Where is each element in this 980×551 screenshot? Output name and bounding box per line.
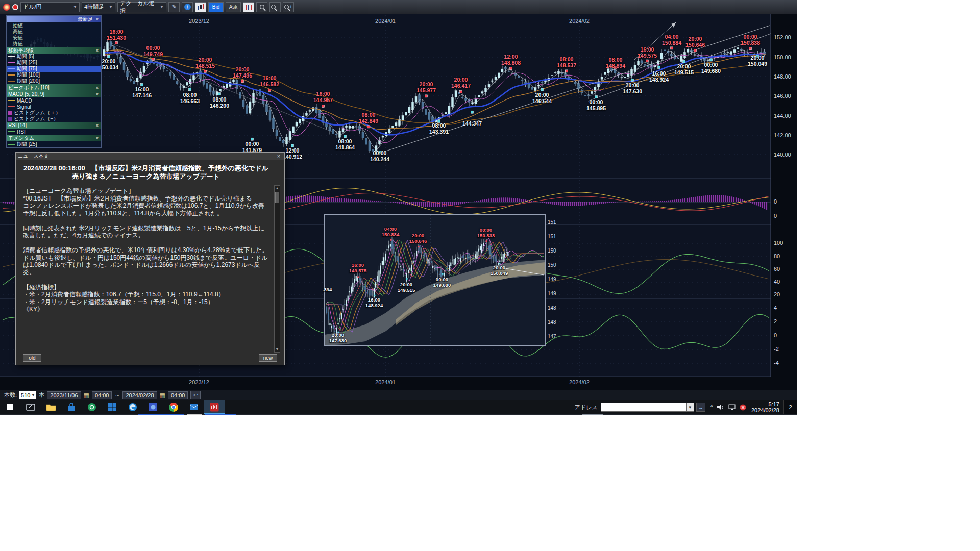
svg-text:142.00: 142.00 (774, 132, 791, 138)
color-swatch-icon (8, 81, 15, 82)
news-body-line (23, 276, 270, 284)
time-to-field[interactable]: 04:00 (168, 391, 188, 399)
display-icon[interactable] (728, 404, 736, 410)
chart-range-control-bar: 本数: 510▼ 本 2023/11/06 ▦ 04:00 ～ 2024/02/… (0, 390, 797, 400)
info-button[interactable]: i (182, 2, 193, 12)
svg-text:146.00: 146.00 (774, 93, 791, 99)
trading-app-button[interactable] (204, 400, 225, 414)
chrome-button[interactable] (163, 400, 184, 414)
folder-icon (46, 403, 56, 411)
taskbar-clock[interactable]: 5:17 2024/02/28 (751, 401, 779, 413)
news-body-line: 同時刻に発表された米2月リッチモンド連銀製造業指数は一5と、1月-15から予想以… (23, 224, 270, 239)
inset-axis-label: 150 (548, 262, 556, 268)
spinner-icon[interactable]: ▼ (31, 393, 35, 397)
old-news-button[interactable]: old (23, 354, 41, 362)
calendar-icon[interactable]: ▦ (84, 392, 89, 399)
close-icon[interactable]: × (275, 153, 282, 159)
new-news-button[interactable]: new (259, 354, 277, 362)
indicator-label: ヒストグラム（−） (14, 115, 58, 122)
windows-app-button[interactable] (102, 400, 122, 414)
bar-count-input[interactable]: 510▼ (19, 391, 36, 399)
indicator-section-header[interactable]: ピークボトム [10]× (7, 84, 101, 91)
scroll-down-icon[interactable]: ▼ (276, 347, 279, 352)
inset-chart-window[interactable]: 04:00150.88420:00150.64600:00150.83816:0… (324, 214, 560, 346)
svg-text:40: 40 (774, 279, 780, 285)
currency-pair-select[interactable]: ドル/円 ▼ (20, 2, 80, 12)
color-swatch-icon (8, 68, 15, 69)
indicator-item[interactable]: ヒストグラム（−） (7, 116, 101, 122)
screen: 2023/122023/122024/012024/012024/022024/… (0, 0, 980, 551)
notification-badge[interactable]: 2 (783, 400, 797, 414)
chevron-down-icon: ▼ (109, 5, 113, 9)
address-go-button[interactable]: → (696, 403, 705, 412)
tray-chevron-icon[interactable]: ^ (710, 404, 713, 410)
zoom-reset-button[interactable] (256, 2, 267, 12)
zoom-out-button[interactable]: − (270, 2, 281, 12)
chevron-down-icon[interactable]: ▼ (687, 403, 694, 412)
indicator-item[interactable]: 終値 (7, 41, 101, 47)
clock-date: 2024/02/28 (751, 407, 779, 413)
edge-button[interactable] (122, 400, 143, 414)
minus-sign: − (276, 4, 279, 10)
chart-type-button[interactable] (243, 2, 254, 12)
indicator-label: MACD [5, 20, 9] (8, 91, 93, 97)
ask-button[interactable]: Ask (226, 2, 241, 12)
reload-button[interactable]: ↩ (190, 391, 201, 399)
calendar-icon[interactable]: ▦ (160, 392, 165, 399)
time-from-field[interactable]: 04:00 (92, 391, 112, 399)
bid-button[interactable]: Bid (208, 2, 224, 12)
close-icon[interactable]: × (95, 17, 100, 22)
address-combo: ▼ (601, 403, 694, 412)
news-window[interactable]: ニュース本文 × 2024/02/28 00:16:00 【市場反応】米2月消費… (15, 152, 285, 365)
indicator-item[interactable]: 期間 [200] (7, 78, 101, 84)
svg-text:2023/12: 2023/12 (189, 379, 209, 385)
inset-axis-label: 150 (548, 248, 556, 254)
indicator-section-header[interactable]: RSI [14]× (7, 122, 101, 129)
volume-icon[interactable] (717, 404, 724, 410)
news-window-title: ニュース本文 (18, 153, 275, 160)
store-button[interactable] (61, 400, 82, 414)
news-scrollbar[interactable]: ▲ ▼ (274, 185, 280, 353)
close-icon[interactable]: × (95, 48, 100, 53)
scroll-up-icon[interactable]: ▲ (276, 186, 279, 191)
indicator-item[interactable]: RSI (7, 129, 101, 135)
currency-pair-label: ドル/円 (23, 3, 42, 11)
green-app-button[interactable] (82, 400, 102, 414)
bar-count-label: 本数: (4, 391, 17, 399)
technical-select[interactable]: テクニカル選択 ▼ (117, 2, 166, 12)
draw-tool-button[interactable]: ✎ (168, 2, 180, 12)
close-icon[interactable]: × (95, 85, 100, 90)
ink-workspace-button[interactable] (20, 400, 41, 414)
date-to-field[interactable]: 2024/02/28 (122, 391, 157, 399)
address-input[interactable] (601, 403, 687, 412)
file-explorer-button[interactable] (41, 400, 61, 414)
news-body-line: 消費者信頼感指数の予想外の悪化で、米10年債利回りは4.30%から4.28%まで… (23, 246, 270, 276)
indicator-item[interactable]: MACD (7, 97, 101, 104)
indicator-label: MACD (17, 98, 32, 104)
date-from-field[interactable]: 2023/11/06 (47, 391, 81, 399)
close-icon[interactable]: × (95, 92, 100, 97)
color-swatch-icon (8, 117, 12, 121)
inset-axis-label: 149 (548, 291, 556, 296)
ink-workspace-icon (26, 403, 35, 412)
indicator-section-header[interactable]: MACD [5, 20, 9]× (7, 91, 101, 97)
zoom-in-button[interactable]: + (283, 2, 294, 12)
close-icon[interactable]: × (95, 136, 100, 141)
photos-app-button[interactable] (143, 400, 163, 414)
indicator-item[interactable]: 期間 [25] (7, 141, 101, 147)
error-status-icon[interactable] (740, 404, 746, 411)
svg-text:100: 100 (774, 240, 783, 246)
close-icon[interactable]: × (95, 123, 100, 128)
mail-app-button[interactable] (184, 400, 204, 414)
timeframe-label: 4時間足 (84, 3, 104, 11)
app-logo-icon (3, 4, 10, 11)
inset-axis-label: 147 (548, 334, 556, 339)
bar-unit-label: 本 (39, 391, 44, 399)
indicator-label: ピークボトム [10] (8, 84, 93, 91)
scrollbar-thumb[interactable] (275, 192, 279, 203)
news-titlebar[interactable]: ニュース本文 × (16, 153, 284, 160)
background-window-fragment (187, 414, 202, 415)
timeframe-select[interactable]: 4時間足 ▼ (82, 2, 115, 12)
candle-style-button[interactable] (195, 2, 206, 12)
start-button[interactable] (0, 400, 20, 414)
